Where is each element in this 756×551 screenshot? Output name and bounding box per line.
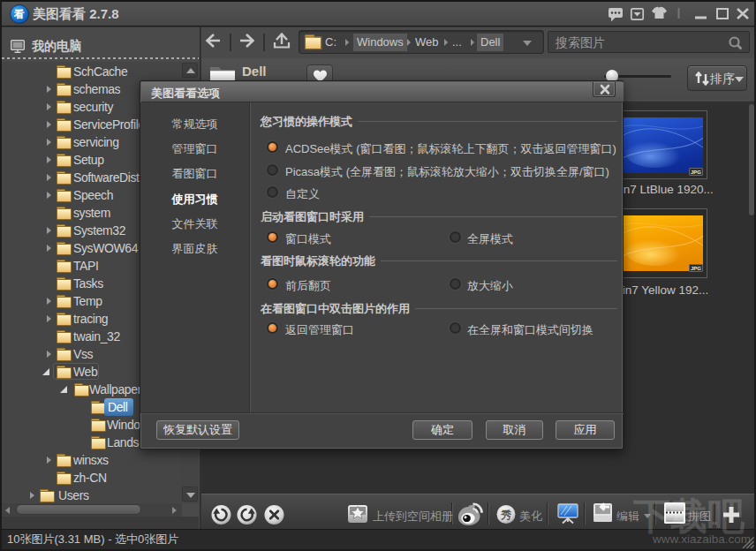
svg-text:秀: 秀 [501, 509, 512, 521]
